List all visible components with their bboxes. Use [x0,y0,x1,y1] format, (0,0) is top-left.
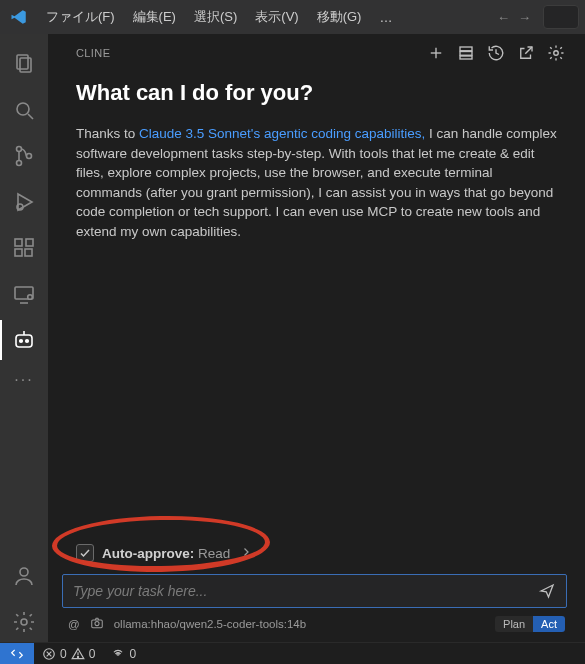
title-bar: ファイル(F) 編集(E) 選択(S) 表示(V) 移動(G) … ← → [0,0,585,34]
remote-indicator[interactable] [0,643,34,665]
svg-rect-9 [15,239,22,246]
search-icon[interactable] [0,90,48,130]
svg-rect-24 [460,47,472,51]
mode-act[interactable]: Act [533,616,565,632]
svg-point-6 [27,154,32,159]
svg-rect-11 [25,249,32,256]
claude-link[interactable]: Claude 3.5 Sonnet's agentic coding capab… [139,126,425,141]
run-debug-icon[interactable] [0,182,48,222]
intro-text: Thanks to Claude 3.5 Sonnet's agentic co… [76,124,557,241]
extensions-icon[interactable] [0,228,48,268]
source-control-icon[interactable] [0,136,48,176]
auto-approve-label: Auto-approve: Read [102,546,230,561]
activity-bar: ··· [0,34,48,642]
mode-plan[interactable]: Plan [495,616,533,632]
svg-rect-26 [460,56,472,59]
svg-line-3 [28,114,33,119]
svg-rect-12 [26,239,33,246]
remote-explorer-icon[interactable] [0,274,48,314]
page-title: What can I do for you? [76,80,557,106]
mcp-servers-icon[interactable] [457,44,475,62]
overflow-icon[interactable]: ··· [0,366,48,394]
svg-rect-16 [16,335,32,347]
auto-approve-toggle[interactable]: Auto-approve: Read [66,538,262,568]
vscode-icon [10,8,28,26]
svg-rect-1 [20,58,31,72]
svg-point-21 [21,619,27,625]
command-center[interactable] [543,5,579,29]
menu-file[interactable]: ファイル(F) [38,4,123,30]
chevron-right-icon [240,546,252,561]
nav-forward-icon[interactable]: → [518,10,531,25]
svg-point-29 [95,622,99,626]
ports-status[interactable]: 0 [103,647,144,661]
provider-label[interactable]: ollama:hhao/qwen2.5-coder-tools:14b [114,618,306,630]
cline-icon[interactable] [0,320,48,360]
explorer-icon[interactable] [0,44,48,84]
svg-point-2 [17,103,29,115]
send-button[interactable] [534,578,560,604]
menu-go[interactable]: 移動(G) [309,4,370,30]
svg-rect-25 [460,52,472,56]
task-input-row [62,574,567,608]
auto-approve-checkbox[interactable] [76,544,94,562]
history-icon[interactable] [487,44,505,62]
new-task-icon[interactable] [427,44,445,62]
task-input[interactable] [73,583,534,599]
svg-point-5 [17,161,22,166]
menu-select[interactable]: 選択(S) [186,4,245,30]
svg-rect-0 [17,55,28,69]
accounts-icon[interactable] [0,556,48,596]
svg-point-15 [28,295,33,300]
settings-icon[interactable] [547,44,565,62]
panel-title: CLINE [76,47,415,59]
nav-back-icon[interactable]: ← [497,10,510,25]
at-mention-icon[interactable]: @ [68,618,80,630]
camera-icon[interactable] [90,616,104,632]
svg-point-34 [77,656,78,657]
mode-toggle[interactable]: Plan Act [495,616,565,632]
cline-panel: CLINE What can I do for [48,34,585,642]
svg-marker-7 [18,194,32,210]
problems-status[interactable]: 0 0 [34,647,103,661]
menu-overflow[interactable]: … [371,6,400,29]
status-bar: 0 0 0 [0,642,585,664]
open-external-icon[interactable] [517,44,535,62]
svg-rect-10 [15,249,22,256]
menu-view[interactable]: 表示(V) [247,4,306,30]
menu-edit[interactable]: 編集(E) [125,4,184,30]
manage-icon[interactable] [0,602,48,642]
svg-point-20 [20,568,28,576]
svg-point-18 [20,340,23,343]
svg-point-4 [17,147,22,152]
svg-point-19 [26,340,29,343]
svg-point-27 [554,51,559,56]
